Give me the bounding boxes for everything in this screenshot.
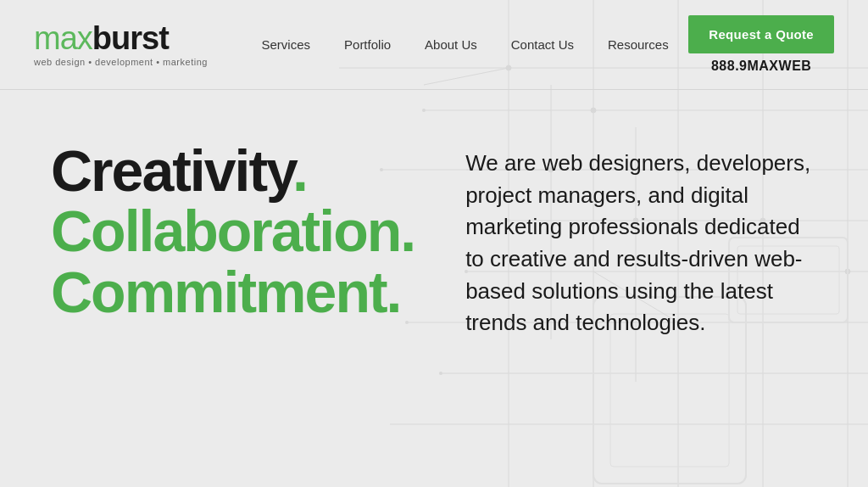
logo-area[interactable]: maxburst web design • development • mark… <box>34 22 208 67</box>
logo-burst: burst <box>92 20 169 56</box>
nav-item-resources[interactable]: Resources <box>591 31 686 59</box>
nav-item-services[interactable]: Services <box>245 31 328 59</box>
headline-line-2: Collaboration. <box>51 201 415 261</box>
phone-number: 888.9MAXWEB <box>711 59 811 74</box>
dot-2: . <box>400 199 415 263</box>
main-nav: Services Portfolio About Us Contact Us R… <box>242 31 688 59</box>
nav-item-portfolio[interactable]: Portfolio <box>327 31 408 59</box>
hero-left: Creativity. Collaboration. Commitment. <box>51 141 415 322</box>
logo[interactable]: maxburst <box>34 22 208 54</box>
header: maxburst web design • development • mark… <box>0 0 868 74</box>
nav-item-contact-us[interactable]: Contact Us <box>494 31 591 59</box>
dot-1: . <box>292 138 307 203</box>
headline-line-3: Commitment. <box>51 262 415 322</box>
logo-tagline: web design • development • marketing <box>34 57 208 67</box>
hero-description: We are web designers, developers, projec… <box>465 148 817 339</box>
request-quote-button[interactable]: Request a Quote <box>688 15 834 53</box>
hero-headline: Creativity. Collaboration. Commitment. <box>51 141 415 322</box>
logo-max: max <box>34 20 92 56</box>
headline-line-1: Creativity. <box>51 141 415 201</box>
dot-3: . <box>387 260 401 324</box>
nav-item-about-us[interactable]: About Us <box>408 31 494 59</box>
hero-section: Creativity. Collaboration. Commitment. W… <box>0 90 868 373</box>
header-right: Request a Quote 888.9MAXWEB <box>688 15 834 74</box>
hero-right: We are web designers, developers, projec… <box>465 141 817 339</box>
